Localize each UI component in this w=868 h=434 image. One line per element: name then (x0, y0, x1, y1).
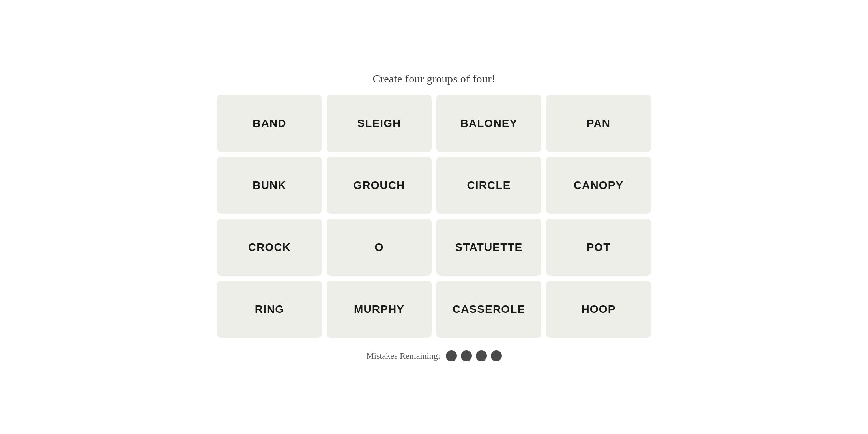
word-label-canopy: CANOPY (574, 179, 624, 192)
mistakes-row: Mistakes Remaining: (366, 350, 502, 361)
mistakes-dots (446, 350, 502, 361)
mistake-dot-2 (461, 350, 472, 361)
word-label-pan: PAN (587, 117, 610, 130)
word-card-statuette[interactable]: STATUETTE (436, 219, 541, 276)
word-card-hoop[interactable]: HOOP (546, 281, 651, 338)
game-container: Create four groups of four! BANDSLEIGHBA… (217, 73, 651, 361)
word-card-pot[interactable]: POT (546, 219, 651, 276)
word-label-hoop: HOOP (582, 303, 616, 316)
word-card-murphy[interactable]: MURPHY (327, 281, 432, 338)
word-card-pan[interactable]: PAN (546, 95, 651, 152)
word-card-circle[interactable]: CIRCLE (436, 157, 541, 214)
mistakes-label: Mistakes Remaining: (366, 351, 440, 361)
word-label-baloney: BALONEY (460, 117, 518, 130)
word-card-crock[interactable]: CROCK (217, 219, 322, 276)
word-label-statuette: STATUETTE (455, 241, 523, 254)
word-card-canopy[interactable]: CANOPY (546, 157, 651, 214)
word-label-pot: POT (587, 241, 611, 254)
mistake-dot-1 (446, 350, 457, 361)
word-card-ring[interactable]: RING (217, 281, 322, 338)
word-grid: BANDSLEIGHBALONEYPANBUNKGROUCHCIRCLECANO… (217, 95, 651, 338)
instruction-text: Create four groups of four! (373, 73, 496, 85)
word-label-crock: CROCK (248, 241, 291, 254)
word-card-sleigh[interactable]: SLEIGH (327, 95, 432, 152)
word-label-o: O (375, 241, 384, 254)
word-card-baloney[interactable]: BALONEY (436, 95, 541, 152)
word-label-casserole: CASSEROLE (453, 303, 525, 316)
word-card-o[interactable]: O (327, 219, 432, 276)
word-label-bunk: BUNK (253, 179, 286, 192)
word-label-band: BAND (253, 117, 286, 130)
word-card-grouch[interactable]: GROUCH (327, 157, 432, 214)
word-label-circle: CIRCLE (467, 179, 511, 192)
mistake-dot-3 (476, 350, 487, 361)
word-label-grouch: GROUCH (353, 179, 405, 192)
mistake-dot-4 (491, 350, 502, 361)
word-label-sleigh: SLEIGH (357, 117, 401, 130)
word-label-murphy: MURPHY (354, 303, 404, 316)
word-card-band[interactable]: BAND (217, 95, 322, 152)
word-label-ring: RING (255, 303, 284, 316)
word-card-casserole[interactable]: CASSEROLE (436, 281, 541, 338)
word-card-bunk[interactable]: BUNK (217, 157, 322, 214)
